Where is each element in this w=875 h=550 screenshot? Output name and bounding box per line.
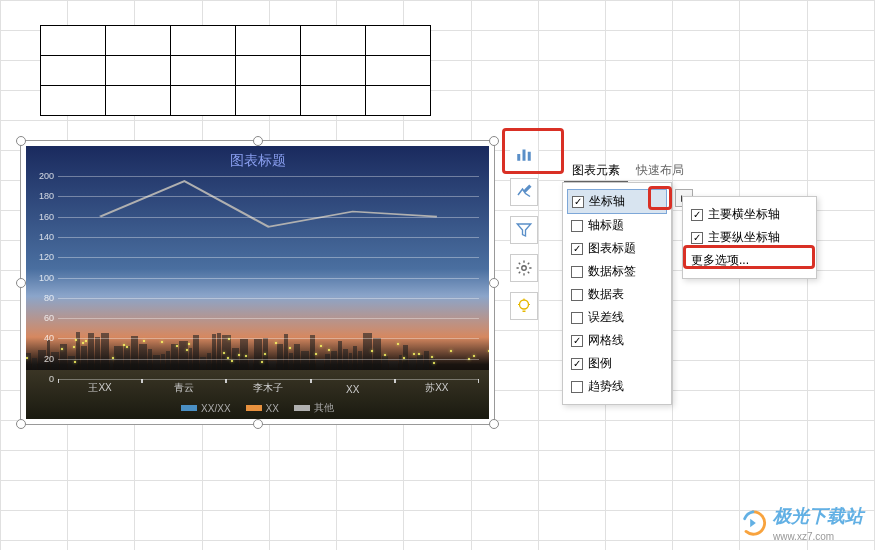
checkbox-icon [571,220,583,232]
data-table [40,25,431,116]
chart-filter-button[interactable] [510,216,538,244]
submenu-label: 主要横坐标轴 [708,206,780,223]
plot-area: 王XX青云李木子XX苏XX 02040608010012014016018020… [58,176,479,379]
chart-elements-panel: ▶ 坐标轴轴标题图表标题数据标签数据表误差线网格线图例趋势线 [562,182,672,405]
resize-handle[interactable] [16,136,26,146]
panel-item-1[interactable]: 轴标题 [567,214,667,237]
panel-item-label: 网格线 [588,332,624,349]
resize-handle[interactable] [253,419,263,429]
chart-styles-button[interactable] [510,178,538,206]
checkbox-icon [571,243,583,255]
checkbox-icon [571,381,583,393]
chart-settings-button[interactable] [510,254,538,282]
panel-item-label: 数据表 [588,286,624,303]
watermark: 极光下载站 www.xz7.com [739,504,863,542]
chart-tips-button[interactable] [510,292,538,320]
checkbox-icon [572,196,584,208]
checkbox-icon [691,209,703,221]
chart-options-tabs: 图表元素 快速布局 [564,160,692,183]
resize-handle[interactable] [489,419,499,429]
panel-item-label: 趋势线 [588,378,624,395]
resize-handle[interactable] [489,136,499,146]
annotation-highlight [683,245,815,269]
category-label: 青云 [174,381,194,395]
resize-handle[interactable] [16,278,26,288]
watermark-url: www.xz7.com [773,531,863,542]
annotation-highlight [648,186,672,210]
panel-item-label: 图表标题 [588,240,636,257]
panel-item-label: 误差线 [588,309,624,326]
annotation-highlight [502,128,564,174]
svg-point-4 [520,300,529,309]
resize-handle[interactable] [253,136,263,146]
checkbox-icon [571,335,583,347]
chart-title[interactable]: 图表标题 [26,146,489,176]
category-label: 李木子 [253,381,283,395]
panel-item-label: 坐标轴 [589,193,625,210]
checkbox-icon [571,289,583,301]
checkbox-icon [571,358,583,370]
panel-item-2[interactable]: 图表标题 [567,237,667,260]
checkbox-icon [571,312,583,324]
panel-item-7[interactable]: 图例 [567,352,667,375]
panel-item-3[interactable]: 数据标签 [567,260,667,283]
checkbox-icon [691,232,703,244]
panel-item-label: 轴标题 [588,217,624,234]
watermark-logo-icon [739,509,767,537]
tab-quick-layout[interactable]: 快速布局 [628,160,692,183]
panel-item-6[interactable]: 网格线 [567,329,667,352]
category-label: 王XX [88,381,111,395]
panel-item-5[interactable]: 误差线 [567,306,667,329]
checkbox-icon [571,266,583,278]
chart-plot-background: 图表标题 王XX青云李木子XX苏XX 020406080100120140160… [26,146,489,419]
panel-item-label: 数据标签 [588,263,636,280]
panel-item-label: 图例 [588,355,612,372]
resize-handle[interactable] [16,419,26,429]
svg-point-3 [522,266,527,271]
submenu-label: 主要纵坐标轴 [708,229,780,246]
category-label: XX [346,384,359,395]
chart-legend[interactable]: XX/XXXX其他 [26,401,489,415]
chart-object[interactable]: 图表标题 王XX青云李木子XX苏XX 020406080100120140160… [20,140,495,425]
submenu-item-primary-h-axis[interactable]: 主要横坐标轴 [687,203,812,226]
panel-item-4[interactable]: 数据表 [567,283,667,306]
tab-chart-elements[interactable]: 图表元素 [564,160,628,183]
category-label: 苏XX [425,381,448,395]
panel-item-8[interactable]: 趋势线 [567,375,667,398]
watermark-text: 极光下载站 [773,504,863,528]
resize-handle[interactable] [489,278,499,288]
